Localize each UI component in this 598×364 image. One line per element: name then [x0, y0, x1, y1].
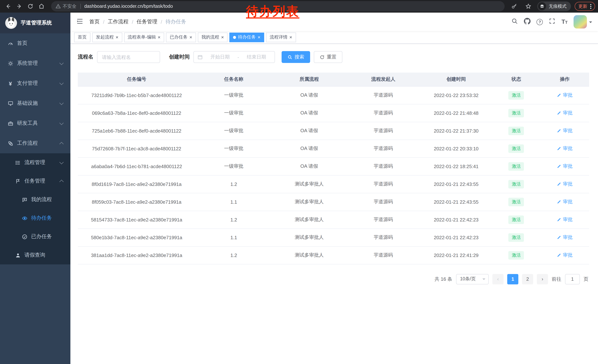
cell-task-name: 1.1: [195, 193, 272, 211]
cell-initiator: 芋道源码: [346, 104, 420, 122]
approve-button[interactable]: 审批: [557, 198, 573, 205]
tab-start-process[interactable]: 发起流程: [92, 32, 122, 42]
update-menu-button[interactable]: 更新: [575, 2, 595, 11]
approve-button[interactable]: 审批: [557, 127, 573, 134]
approve-button[interactable]: 审批: [557, 252, 573, 259]
tab-todo-task[interactable]: 待办任务: [230, 32, 264, 42]
tab-my-process[interactable]: 我的流程: [198, 32, 228, 42]
goto-page-input[interactable]: [565, 274, 580, 284]
pen-icon: [557, 111, 562, 115]
bookmark-star-icon[interactable]: [523, 1, 533, 11]
sidebar-item-payment[interactable]: ¥ 支付管理: [0, 73, 70, 93]
search-icon: [288, 55, 292, 59]
cell-initiator: 芋道源码: [346, 228, 420, 246]
fullscreen-icon[interactable]: [549, 18, 556, 26]
table-header-row: 任务编号 任务名称 所属流程 流程发起人 创建时间 状态 操作: [78, 73, 589, 86]
reload-icon[interactable]: [25, 1, 36, 11]
approve-button[interactable]: 审批: [557, 163, 573, 170]
github-icon[interactable]: [524, 18, 531, 26]
back-icon[interactable]: [3, 1, 13, 11]
incognito-badge[interactable]: 无痕模式: [537, 1, 571, 11]
breadcrumb-task-mgmt[interactable]: 任务管理: [137, 18, 158, 25]
approve-button[interactable]: 审批: [557, 216, 573, 223]
cell-initiator: 芋道源码: [346, 140, 420, 157]
close-icon[interactable]: [116, 35, 118, 40]
pen-icon: [557, 253, 562, 257]
close-icon[interactable]: [158, 35, 160, 40]
browser-menu-icon[interactable]: [590, 4, 591, 9]
sidebar-item-system[interactable]: 系统管理: [0, 53, 70, 73]
tab-process-form-edit[interactable]: 流程表单-编辑: [124, 32, 164, 42]
sidebar: 芋道管理系统 首页 系统管理 ¥ 支付管理 基础设施: [0, 13, 70, 364]
approve-button[interactable]: 审批: [557, 92, 573, 98]
breadcrumb-home[interactable]: 首页: [89, 18, 100, 25]
key-icon[interactable]: [509, 1, 519, 11]
chat-icon: [22, 197, 27, 202]
sidebar-item-done-task[interactable]: 已办任务: [0, 227, 70, 246]
sidebar-item-workflow[interactable]: 工作流程: [0, 133, 70, 153]
close-icon[interactable]: [289, 35, 292, 40]
help-icon[interactable]: ?: [537, 19, 543, 25]
sidebar-item-my-process[interactable]: 我的流程: [0, 190, 70, 209]
tab-done-task[interactable]: 已办任务: [166, 32, 196, 42]
status-badge: 激活: [508, 109, 524, 117]
sidebar-item-leave-query[interactable]: 请假查询: [0, 246, 70, 264]
approve-button[interactable]: 审批: [557, 145, 573, 152]
cell-task-name: 一级审批: [195, 86, 272, 104]
breadcrumb-current: 待办任务: [166, 18, 186, 25]
breadcrumb-workflow[interactable]: 工作流程: [108, 18, 129, 25]
reset-button[interactable]: 重置: [314, 51, 342, 63]
sidebar-item-devtools[interactable]: 研发工具: [0, 113, 70, 133]
refresh-icon: [320, 55, 324, 59]
approve-button[interactable]: 审批: [557, 234, 573, 241]
sidebar-item-todo-task[interactable]: 待办任务: [0, 209, 70, 227]
not-secure-badge[interactable]: 不安全: [56, 3, 76, 9]
prev-page-button[interactable]: ‹: [492, 274, 504, 284]
hamburger-icon[interactable]: [76, 18, 83, 26]
forward-icon[interactable]: [14, 1, 25, 11]
avatar[interactable]: [573, 15, 587, 29]
tab-home[interactable]: 首页: [74, 32, 91, 42]
approve-button[interactable]: 审批: [557, 110, 573, 116]
cell-create-time: 2022-01-21 22:42:23: [420, 228, 492, 246]
pen-icon: [557, 217, 562, 222]
date-range-picker[interactable]: 开始日期 - 结束日期: [193, 51, 275, 63]
status-badge: 激活: [508, 180, 524, 188]
cell-process: OA 请假: [272, 104, 346, 122]
chevron-down-icon: [59, 61, 64, 65]
annotation-title: 待办列表: [246, 3, 299, 20]
goto-label: 前往: [552, 276, 561, 282]
page-button-2[interactable]: 2: [522, 274, 533, 284]
next-page-button[interactable]: ›: [537, 274, 548, 284]
user-menu[interactable]: [573, 15, 592, 29]
cell-create-time: 2022-01-21 22:42:23: [420, 211, 492, 228]
sidebar-item-task-mgmt[interactable]: 任务管理: [0, 172, 70, 190]
monitor-icon: [8, 100, 13, 106]
close-icon[interactable]: [258, 35, 260, 40]
end-date-placeholder: 结束日期: [242, 54, 271, 60]
cell-task-id: 8f059c03-7ac8-11ec-a9e2-a2380e71991a: [78, 193, 195, 211]
home-icon[interactable]: [36, 1, 47, 11]
process-name-input[interactable]: [97, 51, 160, 63]
page-size-select[interactable]: 10条/页: [456, 274, 489, 284]
page-button-1[interactable]: 1: [507, 274, 518, 284]
logo[interactable]: 芋道管理系统: [0, 13, 70, 33]
search-icon[interactable]: [512, 18, 518, 26]
status-badge: 激活: [508, 198, 524, 206]
search-button[interactable]: 搜索: [282, 51, 310, 63]
close-icon[interactable]: [221, 35, 224, 40]
font-size-icon[interactable]: TT: [562, 18, 568, 25]
cell-initiator: 芋道源码: [346, 246, 420, 264]
sidebar-item-home[interactable]: 首页: [0, 33, 70, 53]
tab-process-detail[interactable]: 流程详情: [266, 32, 296, 42]
chevron-down-icon: [59, 121, 64, 125]
warning-icon: [56, 4, 61, 9]
tags-view-bar: 首页 发起流程 流程表单-编辑 已办任务 我的流程 待办任务 流程详情: [70, 31, 598, 44]
col-process: 所属流程: [272, 73, 346, 86]
sidebar-item-infra[interactable]: 基础设施: [0, 93, 70, 113]
sidebar-item-process-mgmt[interactable]: 流程管理: [0, 153, 70, 172]
close-icon[interactable]: [189, 35, 192, 40]
url-text[interactable]: dashboard.yudao.iocoder.cn/bpm/task/todo: [84, 4, 173, 9]
chevron-down-icon: [59, 101, 64, 105]
approve-button[interactable]: 审批: [557, 181, 573, 187]
